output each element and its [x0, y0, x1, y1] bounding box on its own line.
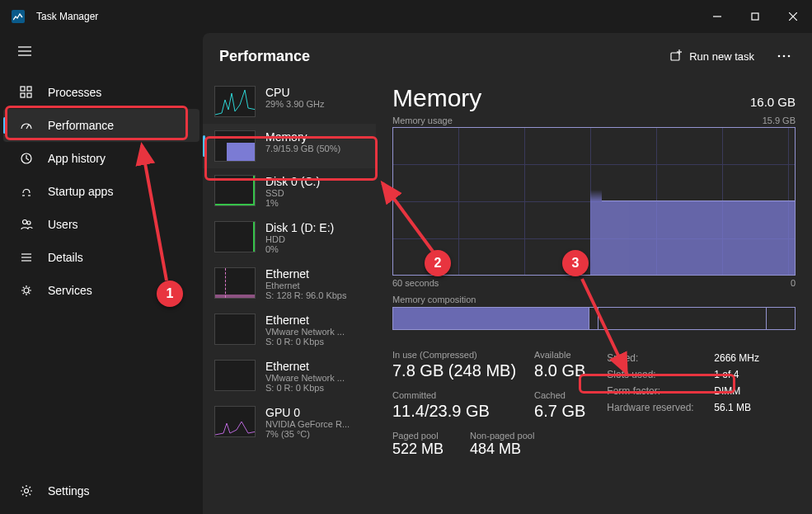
svg-line-11 — [26, 125, 29, 129]
committed-value: 11.4/23.9 GB — [392, 402, 516, 421]
perf-item-ethernet-0[interactable]: EthernetEthernetS: 128 R: 96.0 Kbps — [203, 261, 376, 307]
disk1-thumb — [214, 221, 256, 252]
committed-label: Committed — [392, 390, 516, 400]
svg-rect-10 — [27, 93, 31, 97]
nonpaged-label: Non-paged pool — [470, 431, 534, 441]
slots-key: Slots used: — [607, 366, 714, 383]
svg-rect-7 — [21, 87, 25, 91]
speed-key: Speed: — [607, 350, 714, 366]
memory-thumb — [214, 130, 256, 162]
ellipsis-icon — [777, 54, 791, 58]
list-icon — [18, 251, 35, 264]
svg-point-25 — [778, 55, 781, 58]
close-button[interactable] — [774, 0, 812, 33]
gear-icon — [18, 484, 35, 497]
main-panel: Performance Run new task CPU29% 3.90 GHz… — [203, 33, 812, 514]
nav-settings[interactable]: Settings — [0, 474, 203, 507]
page-header: Performance Run new task — [203, 33, 812, 79]
nav-list: Processes Performance App history Startu… — [0, 76, 203, 474]
nav-label: Users — [48, 218, 78, 231]
composition-label: Memory composition — [392, 295, 796, 304]
history-icon — [18, 152, 35, 165]
svg-point-15 — [23, 220, 27, 224]
slots-value: 1 of 4 — [714, 366, 739, 383]
run-new-task-button[interactable]: Run new task — [659, 45, 764, 68]
available-label: Available — [534, 350, 585, 360]
usage-label: Memory usage — [392, 116, 453, 125]
sidebar: Processes Performance App history Startu… — [0, 33, 203, 514]
run-task-label: Run new task — [689, 50, 754, 63]
hw-key: Hardware reserved: — [607, 399, 714, 416]
nav-label: Performance — [48, 119, 114, 132]
nav-label: Services — [48, 284, 92, 297]
speed-value: 2666 MHz — [714, 350, 759, 366]
maximize-button[interactable] — [736, 0, 774, 33]
perf-item-memory[interactable]: Memory7.9/15.9 GB (50%) — [203, 124, 376, 168]
detail-title: Memory — [392, 84, 481, 112]
nav-label: Processes — [48, 86, 101, 99]
usage-max: 15.9 GB — [763, 116, 796, 125]
nav-users[interactable]: Users — [0, 208, 203, 241]
nav-label: Startup apps — [48, 185, 113, 198]
inuse-label: In use (Compressed) — [392, 350, 516, 360]
cached-value: 6.7 GB — [534, 402, 585, 421]
startup-icon — [18, 185, 35, 198]
nav-label: App history — [48, 152, 106, 165]
minimize-button[interactable] — [698, 0, 736, 33]
perf-sidebar[interactable]: CPU29% 3.90 GHz Memory7.9/15.9 GB (50%) … — [203, 79, 376, 514]
xaxis-left: 60 seconds — [392, 278, 439, 288]
run-task-icon — [669, 50, 683, 63]
svg-point-27 — [788, 55, 791, 58]
perf-item-gpu0[interactable]: GPU 0NVIDIA GeForce R...7% (35 °C) — [203, 399, 376, 446]
svg-rect-8 — [27, 87, 31, 91]
svg-rect-1 — [752, 13, 758, 20]
nav-app-history[interactable]: App history — [0, 142, 203, 175]
eth0-thumb — [214, 267, 256, 299]
speed-icon — [18, 119, 35, 132]
services-icon — [18, 284, 35, 297]
svg-point-20 — [24, 288, 29, 293]
hamburger-button[interactable] — [0, 38, 203, 64]
svg-point-16 — [27, 221, 31, 224]
memory-capacity: 16.0 GB — [750, 95, 796, 109]
more-button[interactable] — [767, 43, 800, 69]
page-title: Performance — [219, 48, 310, 65]
svg-point-21 — [25, 489, 29, 493]
users-icon — [18, 218, 35, 231]
memory-composition-chart — [392, 307, 796, 330]
nav-processes[interactable]: Processes — [0, 76, 203, 109]
svg-rect-22 — [671, 53, 679, 60]
xaxis-right: 0 — [791, 278, 796, 288]
grid-icon — [18, 86, 35, 99]
paged-value: 522 MB — [392, 441, 444, 458]
title-bar: Task Manager — [0, 0, 812, 33]
available-value: 8.0 GB — [534, 361, 585, 380]
eth1-thumb — [214, 314, 256, 345]
cpu-thumb — [214, 86, 256, 117]
cached-label: Cached — [534, 390, 585, 400]
detail-pane: Memory 16.0 GB Memory usage 15.9 GB 60 s… — [376, 79, 812, 514]
paged-label: Paged pool — [392, 431, 444, 441]
hw-value: 56.1 MB — [714, 399, 751, 416]
perf-item-ethernet-1[interactable]: EthernetVMware Network ...S: 0 R: 0 Kbps — [203, 307, 376, 353]
nonpaged-value: 484 MB — [470, 441, 534, 458]
nav-services[interactable]: Services — [0, 274, 203, 307]
nav-performance[interactable]: Performance — [3, 109, 199, 142]
perf-item-ethernet-2[interactable]: EthernetVMware Network ...S: 0 R: 0 Kbps — [203, 353, 376, 399]
perf-item-disk1[interactable]: Disk 1 (D: E:)HDD0% — [203, 215, 376, 261]
app-icon — [12, 10, 25, 23]
perf-item-disk0[interactable]: Disk 0 (C:)SSD1% — [203, 168, 376, 215]
gpu-thumb — [214, 406, 256, 437]
nav-startup-apps[interactable]: Startup apps — [0, 175, 203, 208]
window-title: Task Manager — [36, 11, 98, 22]
form-value: DIMM — [714, 383, 740, 399]
nav-label: Settings — [48, 484, 90, 497]
disk0-thumb — [214, 175, 256, 206]
svg-point-26 — [783, 55, 786, 58]
nav-details[interactable]: Details — [0, 241, 203, 274]
form-key: Form factor: — [607, 383, 714, 399]
memory-usage-chart — [392, 127, 796, 276]
eth2-thumb — [214, 360, 256, 391]
svg-rect-9 — [21, 93, 25, 97]
perf-item-cpu[interactable]: CPU29% 3.90 GHz — [203, 79, 376, 124]
